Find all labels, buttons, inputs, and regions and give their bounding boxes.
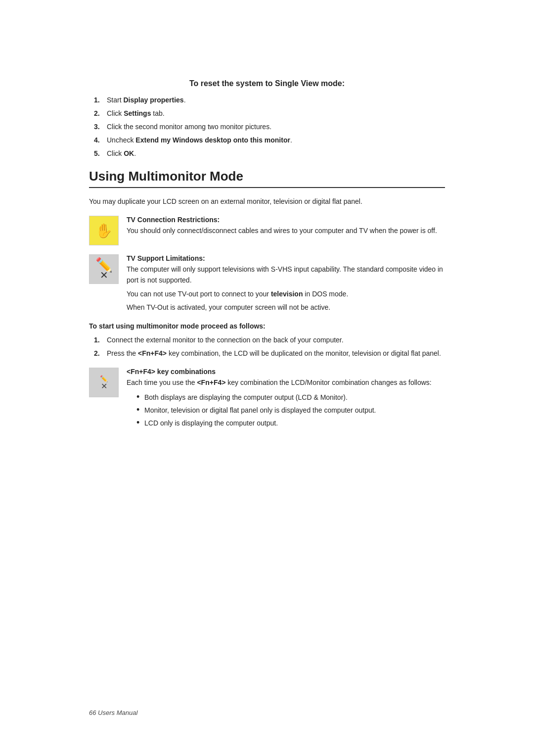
fn-bullet-1-text: Both displays are displaying the compute… <box>144 392 348 403</box>
fn-f4-icon: ✏️ ✕ <box>89 368 119 397</box>
cross-pencil-icon: ✏️✕ <box>95 258 113 280</box>
step-5-bold: OK <box>124 149 134 157</box>
step-1-text: Start Display properties. <box>107 95 186 105</box>
fn-bullet-2-text: Monitor, television or digital flat pane… <box>144 405 376 416</box>
section-multimonitor: Using Multimonitor Mode You may duplicat… <box>89 169 445 431</box>
bullet-dot-2: • <box>136 405 144 415</box>
reset-step-3: 3. Click the second monitor among two mo… <box>94 122 445 132</box>
fn-f4-bullets: • Both displays are displaying the compu… <box>136 392 445 428</box>
tv-support-icon: ✏️✕ <box>89 254 119 284</box>
reset-heading: To reset the system to Single View mode: <box>89 79 445 88</box>
step-num-2: 2. <box>94 108 107 119</box>
mm-step-num-2: 2. <box>94 348 107 359</box>
multimonitor-steps-list: 1. Connect the external monitor to the c… <box>94 335 445 359</box>
reset-steps-list: 1. Start Display properties. 2. Click Se… <box>94 95 445 159</box>
footer: 66 Users Manual <box>89 709 137 716</box>
multimonitor-step-2: 2. Press the <Fn+F4> key combination, th… <box>94 348 445 359</box>
mm-step-2-text: Press the <Fn+F4> key combination, the L… <box>107 348 441 359</box>
tv-support-title: TV Support Limitations: <box>127 254 445 262</box>
tv-support-extra-2: When TV-Out is activated, your computer … <box>127 302 445 313</box>
multimonitor-intro: You may duplicate your LCD screen on an … <box>89 196 445 207</box>
tv-support-text: The computer will only support televisio… <box>127 264 445 285</box>
step-4-bold: Extend my Windows desktop onto this moni… <box>135 136 290 144</box>
cross-pencil-icon-bg: ✏️✕ <box>89 255 118 284</box>
tv-connection-icon: ✋ <box>89 216 119 245</box>
fn-f4-content: <Fn+F4> key combinations Each time you u… <box>127 368 445 431</box>
fn-icon-cross: ✕ <box>100 381 108 391</box>
fn-f4-intro-text: Each time you use the <Fn+F4> key combin… <box>127 378 445 388</box>
tv-support-content: TV Support Limitations: The computer wil… <box>127 254 445 313</box>
tv-bold-word: television <box>271 290 303 298</box>
fn-bullet-3: • LCD only is displaying the computer ou… <box>136 418 445 428</box>
reset-step-1: 1. Start Display properties. <box>94 95 445 105</box>
tv-support-notice: ✏️✕ TV Support Limitations: The computer… <box>89 254 445 313</box>
tv-connection-title: TV Connection Restrictions: <box>127 216 445 224</box>
reset-step-2: 2. Click Settings tab. <box>94 108 445 119</box>
yellow-hand-icon-bg: ✋ <box>89 216 118 245</box>
fn-bullet-1: • Both displays are displaying the compu… <box>136 392 445 403</box>
multimonitor-steps-heading: To start using multimonitor mode proceed… <box>89 322 445 330</box>
fn-bullet-2: • Monitor, television or digital flat pa… <box>136 405 445 416</box>
step-num-3: 3. <box>94 122 107 132</box>
multimonitor-heading: Using Multimonitor Mode <box>89 169 445 188</box>
mm-step-1-text: Connect the external monitor to the conn… <box>107 335 344 345</box>
bullet-dot-1: • <box>136 392 144 402</box>
step-2-text: Click Settings tab. <box>107 108 165 119</box>
fn-f4-title: <Fn+F4> key combinations <box>127 368 445 376</box>
fn-f4-notice: ✏️ ✕ <Fn+F4> key combinations Each time … <box>89 368 445 431</box>
step-3-text: Click the second monitor among two monit… <box>107 122 271 132</box>
bullet-dot-3: • <box>136 418 144 428</box>
mm-step-num-1: 1. <box>94 335 107 345</box>
fn-f4-bold-ref: <Fn+F4> <box>197 378 225 386</box>
tv-connection-content: TV Connection Restrictions: You should o… <box>127 216 445 236</box>
fn-f4-icon-bg: ✏️ ✕ <box>89 368 118 397</box>
step-5-text: Click OK. <box>107 148 136 159</box>
tv-support-extra-1: You can not use TV-out port to connect t… <box>127 289 445 300</box>
mm-fn-f4-bold: <Fn+F4> <box>138 349 167 357</box>
section-reset: To reset the system to Single View mode:… <box>89 79 445 159</box>
tv-connection-notice: ✋ TV Connection Restrictions: You should… <box>89 216 445 245</box>
step-1-bold: Display properties <box>123 96 183 104</box>
hand-icon: ✋ <box>95 223 113 239</box>
fn-bullet-3-text: LCD only is displaying the computer outp… <box>144 418 278 428</box>
step-2-bold: Settings <box>124 109 151 117</box>
step-num-4: 4. <box>94 135 107 145</box>
step-4-text: Uncheck Extend my Windows desktop onto t… <box>107 135 292 145</box>
tv-connection-text: You should only connect/disconnect cable… <box>127 226 445 236</box>
reset-step-5: 5. Click OK. <box>94 148 445 159</box>
fn-f4-icon-inner: ✏️ ✕ <box>100 375 108 391</box>
reset-step-4: 4. Uncheck Extend my Windows desktop ont… <box>94 135 445 145</box>
step-num-1: 1. <box>94 95 107 105</box>
multimonitor-step-1: 1. Connect the external monitor to the c… <box>94 335 445 345</box>
step-num-5: 5. <box>94 148 107 159</box>
